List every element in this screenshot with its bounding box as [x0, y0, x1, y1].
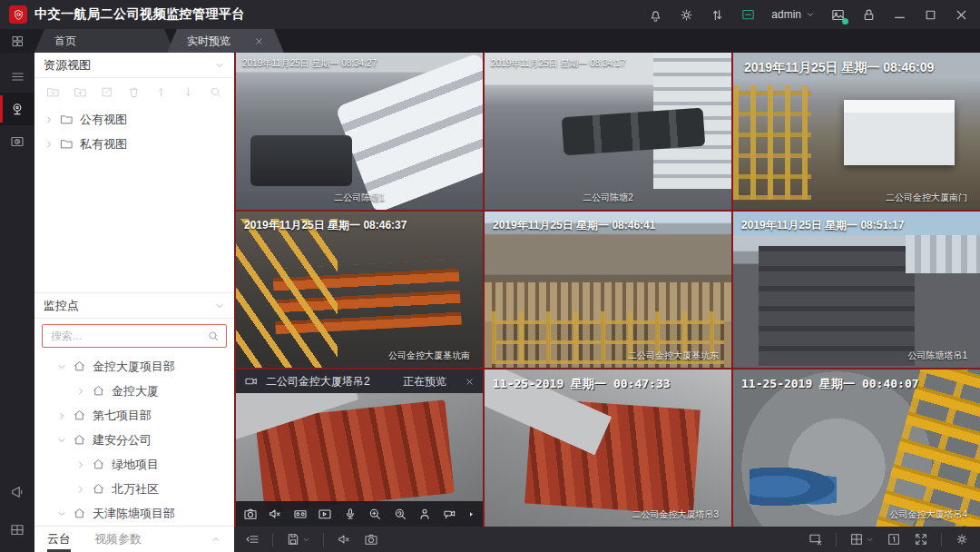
chevron-right-icon[interactable]	[75, 459, 86, 470]
minimize-button[interactable]	[892, 7, 907, 23]
tree-item-jinkong-project[interactable]: 金控大厦项目部	[34, 354, 234, 379]
tree-item-label: 北万社区	[112, 481, 159, 498]
selected-camera-name: 二公司金控大厦塔吊2	[266, 374, 370, 389]
chevron-right-icon[interactable]	[44, 114, 54, 125]
picture-status-icon[interactable]	[830, 7, 846, 23]
collapse-section-icon[interactable]	[214, 301, 225, 311]
site-home-icon	[92, 482, 105, 496]
ptz-control-icon[interactable]	[443, 507, 457, 521]
collapse-panel-icon[interactable]	[245, 532, 260, 547]
monitor-points-header[interactable]: 监控点	[34, 292, 234, 319]
move-up-icon[interactable]	[154, 85, 168, 99]
bell-icon[interactable]	[648, 7, 663, 23]
zoom-3d-icon[interactable]	[393, 507, 407, 521]
app-logo-icon	[9, 5, 27, 24]
delete-icon[interactable]	[127, 85, 141, 99]
camera-timestamp: 2019年11月25日 星期一 08:46:37	[244, 218, 407, 233]
layout-grid-button[interactable]	[849, 532, 874, 547]
collapse-up-icon[interactable]	[211, 534, 221, 545]
chevron-down-icon	[302, 536, 310, 544]
tree-item-seventh-project[interactable]: 第七项目部	[34, 403, 234, 428]
video-cell-1[interactable]: 2019年11月25日 星期一 08:34:27 二公司陈塘1	[236, 53, 483, 210]
video-cell-7-selected[interactable]: 二公司金控大厦塔吊2 正在预览	[236, 370, 483, 527]
tree-item-jianan-branch[interactable]: 建安分公司	[34, 428, 234, 452]
tree-item-jinkong-tower[interactable]: 金控大厦	[34, 379, 234, 403]
view-add-icon[interactable]	[74, 85, 87, 99]
chevron-right-icon[interactable]	[56, 410, 67, 421]
search-input[interactable]	[49, 329, 207, 343]
tree-item-tianjin-chentang[interactable]: 天津陈塘项目部	[34, 501, 234, 526]
tab-label: 首页	[54, 34, 76, 49]
instant-playback-icon[interactable]	[318, 507, 332, 521]
mute-icon[interactable]	[268, 507, 282, 521]
tab-video-params[interactable]: 视频参数	[94, 527, 142, 552]
save-view-button[interactable]	[286, 532, 310, 547]
close-tab-icon[interactable]	[254, 36, 264, 46]
close-all-icon[interactable]	[808, 532, 823, 547]
camera-timestamp: 2019年11月25日 星期一 08:34:17	[491, 57, 625, 70]
live-preview-icon[interactable]	[0, 93, 34, 125]
tree-item-private-views[interactable]: 私有视图	[34, 132, 234, 156]
maximize-button[interactable]	[923, 7, 938, 23]
menu-icon[interactable]	[0, 60, 34, 93]
single-screen-icon[interactable]	[887, 532, 901, 547]
fullscreen-icon[interactable]	[914, 532, 928, 547]
talk-microphone-icon[interactable]	[343, 507, 358, 521]
search-icon[interactable]	[207, 330, 220, 342]
snapshot-icon[interactable]	[243, 507, 258, 521]
move-down-icon[interactable]	[181, 85, 195, 99]
tree-item-beiwan-community[interactable]: 北万社区	[34, 477, 234, 501]
broadcast-icon[interactable]	[0, 476, 34, 508]
apps-grid-icon[interactable]	[0, 29, 34, 53]
wall-monitor-icon[interactable]	[740, 7, 756, 23]
preset-icon[interactable]	[417, 507, 432, 521]
video-cell-3[interactable]: 2019年11月25日 星期一 08:46:09 二公司金控大厦南门	[733, 53, 980, 210]
chevron-right-icon[interactable]	[75, 386, 86, 397]
edit-icon[interactable]	[101, 85, 114, 99]
video-feed	[236, 53, 483, 210]
mute-all-icon[interactable]	[337, 532, 351, 547]
chevron-expanded-icon[interactable]	[56, 361, 67, 372]
chevron-expanded-icon[interactable]	[56, 435, 67, 446]
more-tools-icon[interactable]	[467, 510, 475, 518]
tree-item-greenland-project[interactable]: 绿地项目	[34, 452, 234, 477]
video-feed	[485, 370, 731, 527]
camera-timestamp: 2019年11月25日 星期一 08:46:09	[744, 60, 934, 76]
lock-icon[interactable]	[861, 7, 877, 23]
chevron-right-icon[interactable]	[75, 484, 86, 495]
tab-live-preview[interactable]: 实时预览	[167, 29, 284, 53]
camera-timestamp: 2019年11月25日 星期一 08:51:17	[741, 218, 904, 233]
camera-label: 二公司陈塘2	[583, 192, 633, 204]
video-cell-9[interactable]: 11-25-2019 星期一 00:40:07 公司金控大厦塔吊4	[733, 370, 980, 527]
playback-icon[interactable]	[0, 125, 34, 158]
settings-gear-icon[interactable]	[679, 7, 694, 23]
tab-home[interactable]: 首页	[34, 29, 174, 53]
tree-item-public-views[interactable]: 公有视图	[34, 107, 234, 132]
video-wall-icon[interactable]	[0, 514, 34, 547]
search-icon[interactable]	[209, 85, 222, 99]
video-cell-8[interactable]: 11-25-2019 星期一 00:47:33 二公司金控大厦塔吊3	[485, 370, 731, 527]
video-cell-2[interactable]: 2019年11月25日 星期一 08:34:17 二公司陈塘2	[485, 53, 731, 210]
camera-timestamp: 2019年11月25日 星期一 08:46:41	[493, 218, 655, 233]
chevron-expanded-icon[interactable]	[56, 508, 67, 519]
chevron-right-icon[interactable]	[44, 139, 54, 150]
site-home-icon	[73, 360, 86, 373]
view-group-add-icon[interactable]	[46, 85, 60, 99]
video-feed	[733, 370, 980, 527]
close-button[interactable]	[954, 7, 969, 23]
record-icon[interactable]	[293, 507, 308, 521]
snapshot-all-icon[interactable]	[364, 532, 378, 547]
camera-label: 公司陈塘塔吊1	[907, 350, 967, 362]
resource-view-header[interactable]: 资源视图	[34, 53, 234, 78]
close-video-icon[interactable]	[465, 377, 475, 387]
settings-gear-icon[interactable]	[955, 532, 969, 547]
video-cell-5[interactable]: 2019年11月25日 星期一 08:46:41 二公司金控大厦基坑东	[485, 212, 731, 369]
video-cell-4[interactable]: 2019年11月25日 星期一 08:46:37 公司金控大厦基坑南	[236, 212, 483, 369]
digital-zoom-icon[interactable]	[368, 507, 382, 521]
collapse-section-icon[interactable]	[214, 60, 225, 71]
data-exchange-icon[interactable]	[710, 7, 725, 23]
chevron-down-icon	[866, 536, 874, 544]
user-menu[interactable]: admin	[771, 8, 815, 21]
video-cell-6[interactable]: 2019年11月25日 星期一 08:51:17 公司陈塘塔吊1	[733, 212, 980, 369]
tab-ptz[interactable]: 云台	[47, 527, 71, 552]
